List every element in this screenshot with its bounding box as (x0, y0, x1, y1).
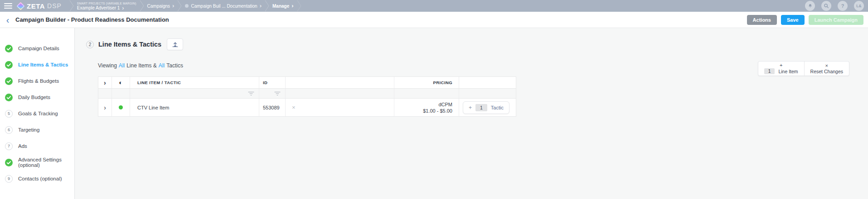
sidebar-item-label: Daily Budgets (18, 95, 50, 100)
campaigns-label: Campaigns (147, 4, 170, 9)
section-number-badge: 2 (86, 41, 94, 48)
reset-changes-label: Reset Changes (810, 69, 843, 74)
line-item-pricing: dCPM $1.00 - $5.00 (423, 101, 452, 114)
sidebar-item-contacts[interactable]: 9 Contacts (optional) (0, 171, 74, 187)
column-header-pricing: PRICING (394, 77, 459, 88)
tactic-label: Tactic (491, 105, 504, 110)
viewing-mid: Line Items & (126, 62, 157, 69)
column-header-empty (286, 77, 394, 88)
pricing-type: dCPM (423, 101, 452, 108)
pricing-range: $1.00 - $5.00 (423, 108, 452, 114)
column-header-line-item: LINE ITEM / TACTIC (130, 77, 259, 88)
check-circle-icon (5, 61, 13, 69)
help-button[interactable]: ? (838, 1, 848, 11)
brand-dsp: DSP (47, 2, 62, 9)
sidebar-item-campaign-details[interactable]: Campaign Details (0, 40, 74, 57)
column-header-id: ID (259, 77, 286, 88)
section-header: 2 Line Items & Tactics (86, 38, 868, 50)
viewing-suffix: Tactics (166, 62, 183, 69)
sidebar-item-advanced-settings[interactable]: Advanced Settings (optional) (0, 154, 74, 171)
top-bar: ZETA DSP SMART PROJECTS (VARIABLE MARGIN… (0, 0, 868, 12)
sidebar-item-label: Targeting (18, 127, 39, 133)
line-item-count-badge: 1 (764, 68, 775, 74)
breadcrumb-separator-icon (297, 0, 301, 11)
sidebar-item-line-items-tactics[interactable]: Line Items & Tactics (0, 57, 74, 73)
line-item-id: 553089 (259, 99, 286, 116)
plus-icon: + (780, 63, 782, 67)
reset-changes-button[interactable]: × Reset Changes (804, 62, 849, 76)
section-title: Line Items & Tactics (98, 41, 161, 48)
sidebar-item-label: Advanced Settings (optional) (18, 157, 74, 168)
save-button[interactable]: Save (781, 15, 805, 25)
breadcrumb-advertiser[interactable]: SMART PROJECTS (VARIABLE MARGIN) Example… (77, 1, 136, 10)
sidebar-item-flights-budgets[interactable]: Flights & Budgets (0, 73, 74, 89)
breadcrumb-separator-icon (177, 0, 182, 11)
check-circle-icon (5, 159, 13, 166)
chevron-right-icon: › (260, 4, 262, 8)
add-line-item-button[interactable]: + 1 Line Item (758, 62, 804, 76)
avatar-initials: L& (856, 4, 861, 8)
notifications-button[interactable] (805, 1, 815, 11)
add-tactic-button[interactable]: + 1 Tactic (463, 101, 509, 114)
step-number-icon: 9 (5, 175, 13, 183)
line-item-name: CTV Line Item (130, 99, 259, 116)
breadcrumb-separator-icon (140, 0, 144, 11)
tactic-count-badge: 1 (475, 104, 487, 111)
chevron-right-icon: › (172, 4, 174, 8)
topbar-actions: ? L& (805, 1, 864, 11)
campaign-status-dot-icon (185, 4, 189, 8)
viewing-prefix: Viewing (98, 62, 117, 69)
sidebar-item-label: Contacts (optional) (18, 176, 62, 181)
zeta-dsp-logo: ZETA DSP (18, 2, 62, 10)
table-row[interactable]: › CTV Line Item 553089 × dCPM $1.00 - $5… (98, 99, 516, 116)
question-mark-icon: ? (841, 3, 844, 9)
sidebar-item-label: Goals & Tracking (18, 111, 58, 116)
filter-icon[interactable] (274, 91, 281, 96)
sidebar-item-label: Line Items & Tactics (18, 62, 68, 67)
campaign-label: Campaign Buil ... Documentation (191, 4, 257, 9)
check-circle-icon (5, 45, 13, 52)
sidebar-item-label: Ads (18, 143, 27, 149)
table-controls: + 1 Line Item × Reset Changes (758, 61, 849, 76)
main-content: 2 Line Items & Tactics + 1 Line Item × R… (75, 28, 868, 199)
table-header-row: › ◐ LINE ITEM / TACTIC ID PRICING (98, 77, 516, 88)
all-tactics-link[interactable]: All (159, 62, 165, 69)
row-expand-chevron-icon[interactable]: › (104, 105, 106, 110)
step-number-icon: 7 (5, 142, 13, 150)
breadcrumb-campaigns[interactable]: Campaigns › (147, 4, 175, 9)
remove-line-item-icon[interactable]: × (292, 104, 296, 111)
filter-icon[interactable] (248, 91, 254, 96)
table-filter-row (98, 88, 516, 99)
manage-label: Manage (272, 4, 289, 9)
hamburger-menu-icon[interactable] (4, 3, 12, 9)
breadcrumb-campaign[interactable]: Campaign Buil ... Documentation › (185, 4, 262, 9)
search-icon (824, 3, 829, 9)
zeta-diamond-icon (16, 2, 24, 10)
step-sidebar: Campaign Details Line Items & Tactics Fl… (0, 28, 75, 199)
launch-campaign-button[interactable]: Launch Campaign (809, 15, 863, 25)
half-circle-icon[interactable]: ◐ (119, 79, 122, 86)
check-circle-icon (5, 77, 13, 85)
chevron-right-icon: › (122, 6, 124, 10)
line-items-table: › ◐ LINE ITEM / TACTIC ID PRICING (98, 76, 516, 117)
sidebar-item-goals-tracking[interactable]: 5 Goals & Tracking (0, 105, 74, 122)
breadcrumb-manage[interactable]: Manage › (272, 4, 294, 9)
sidebar-item-ads[interactable]: 7 Ads (0, 138, 74, 154)
back-button[interactable]: ‹ (0, 15, 15, 24)
all-line-items-link[interactable]: All (119, 62, 125, 69)
breadcrumb-separator-icon (69, 0, 74, 11)
page-header: ‹ Campaign Builder - Product Readiness D… (0, 12, 868, 28)
active-status-dot-icon (119, 105, 123, 109)
sidebar-item-targeting[interactable]: 6 Targeting (0, 122, 74, 138)
breadcrumb-separator-icon (265, 0, 269, 11)
check-circle-icon (5, 94, 13, 101)
user-avatar[interactable]: L& (854, 1, 864, 11)
sidebar-item-daily-budgets[interactable]: Daily Budgets (0, 89, 74, 105)
page-title: Campaign Builder - Product Readiness Doc… (15, 16, 169, 23)
search-button[interactable] (821, 1, 831, 11)
upload-button[interactable] (167, 38, 183, 50)
column-header-tactics (459, 77, 516, 88)
add-line-item-label: Line Item (778, 69, 798, 74)
actions-button[interactable]: Actions (747, 15, 777, 25)
expand-all-chevron-icon[interactable]: › (104, 80, 106, 85)
